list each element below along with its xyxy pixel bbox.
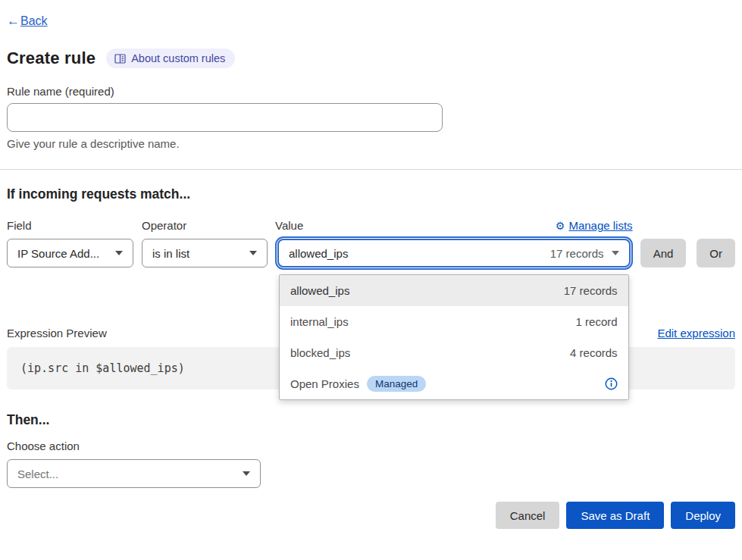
value-combobox-meta: 17 records [550,247,619,260]
save-as-draft-button[interactable]: Save as Draft [566,502,664,529]
chevron-down-icon [243,471,250,476]
list-option-open-proxies[interactable]: Open Proxies Managed [280,368,628,399]
list-option-left: Open Proxies Managed [290,376,426,392]
field-column: Field IP Source Add... [7,219,133,267]
field-select-value: IP Source Add... [17,247,99,260]
section-divider [0,169,742,170]
about-badge-label: About custom rules [131,52,225,64]
book-icon [114,54,126,64]
deploy-button[interactable]: Deploy [671,502,735,529]
field-label: Field [7,219,133,232]
list-option-records: 4 records [570,346,618,359]
operator-column: Operator is in list [142,219,268,267]
then-section-heading: Then... [7,412,735,428]
back-row: ←Back [7,14,735,29]
list-option-records: 17 records [564,284,618,297]
match-section-heading: If incoming requests match... [7,186,735,202]
cancel-button[interactable]: Cancel [496,502,560,529]
value-column: Value ⚙ Manage lists allowed_ips 17 reco… [275,219,633,267]
and-button[interactable]: And [640,239,687,267]
rule-name-helper: Give your rule a descriptive name. [7,137,735,150]
back-link[interactable]: ←Back [7,14,48,29]
list-option-records: 1 record [576,315,618,328]
choose-action-label: Choose action [7,440,735,452]
list-option-blocked-ips[interactable]: blocked_ips 4 records [280,337,628,368]
value-list-combobox[interactable]: allowed_ips 17 records [277,239,631,267]
rule-name-input[interactable] [7,103,443,132]
managed-badge: Managed [367,376,426,392]
expression-code: (ip.src in $allowed_ips) [20,361,185,375]
back-link-label: Back [20,14,48,28]
value-header: Value ⚙ Manage lists [275,219,633,232]
about-custom-rules-link[interactable]: About custom rules [106,48,235,68]
chevron-down-icon [115,251,123,255]
list-dropdown-menu: allowed_ips 17 records internal_ips 1 re… [279,274,629,400]
manage-lists-link[interactable]: ⚙ Manage lists [556,219,633,232]
page-title: Create rule [7,48,95,68]
list-option-allowed-ips[interactable]: allowed_ips 17 records [280,275,628,306]
expression-preview-label: Expression Preview [7,327,107,339]
list-option-name: allowed_ips [290,284,349,297]
list-option-name: Open Proxies [290,377,359,390]
back-arrow-icon: ← [7,14,20,29]
info-icon[interactable] [605,377,618,390]
manage-lists-label: Manage lists [568,219,632,232]
or-button[interactable]: Or [697,239,735,267]
operator-select-value: is in list [152,247,189,260]
page-header: Create rule About custom rules [7,48,735,68]
chevron-down-icon [612,251,619,255]
chevron-down-icon [249,251,257,255]
footer-actions: Cancel Save as Draft Deploy [7,502,735,529]
list-option-name: blocked_ips [290,346,350,359]
rule-name-label: Rule name (required) [7,85,735,98]
value-record-count: 17 records [550,247,604,260]
gear-icon: ⚙ [556,220,565,232]
action-select-placeholder: Select... [17,468,58,480]
operator-select[interactable]: is in list [142,239,268,267]
action-select[interactable]: Select... [7,459,261,488]
create-rule-page: ←Back Create rule About custom rules Rul… [0,0,742,529]
list-option-name: internal_ips [290,315,349,328]
field-select[interactable]: IP Source Add... [7,239,133,267]
condition-row: Field IP Source Add... Operator is in li… [7,219,735,267]
list-option-internal-ips[interactable]: internal_ips 1 record [280,306,628,337]
operator-label: Operator [142,219,268,232]
value-selected-list: allowed_ips [289,247,348,260]
value-label: Value [275,219,303,232]
edit-expression-link[interactable]: Edit expression [657,327,735,339]
